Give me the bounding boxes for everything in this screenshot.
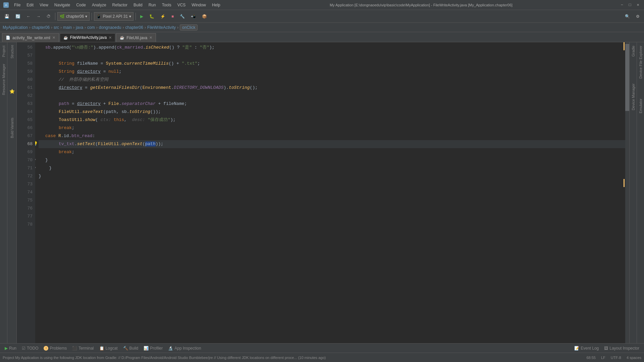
far-left-sidebar: Project Resource Manager	[0, 42, 7, 343]
branch-dropdown[interactable]: 🌿 chapter06 ▾	[57, 12, 90, 21]
code-line-74	[39, 188, 625, 196]
search-everywhere-button[interactable]: 🔍	[623, 12, 632, 21]
breadcrumb-src[interactable]: src	[54, 25, 59, 30]
breadcrumb-chapter06[interactable]: chapter06	[32, 25, 50, 30]
sidebar-device-file-explorer[interactable]: Device File Explorer	[637, 42, 644, 82]
tab-java-filewrite-close[interactable]: ✕	[109, 36, 112, 40]
avd-button[interactable]: 📲	[189, 12, 198, 21]
app-inspection-tool-item[interactable]: 🔬 App Inspection	[166, 344, 203, 353]
sidebar-project[interactable]: Project	[0, 42, 7, 60]
menu-vcs[interactable]: VCS	[175, 2, 189, 8]
sdk-button[interactable]: 📦	[200, 12, 209, 21]
scroll-thumb[interactable]	[625, 44, 629, 111]
profiler-tool-item[interactable]: 📊 Profiler	[142, 344, 165, 353]
tab-java-fileutil-close[interactable]: ✕	[149, 36, 152, 40]
todo-tool-item[interactable]: ☑ TODO	[20, 344, 40, 353]
line-num-68: 68	[17, 140, 33, 148]
logcat-icon: 📋	[99, 346, 104, 351]
status-lf[interactable]: LF	[601, 356, 605, 360]
breadcrumb-onclick[interactable]: onClick	[180, 24, 198, 31]
tab-xml-label: activity_file_write.xml	[12, 36, 50, 40]
code-editor[interactable]: 56 57 58 59 60 61 62 63 64 65 66 67 68 6…	[17, 42, 629, 343]
menu-file[interactable]: File	[11, 2, 23, 8]
sidebar-resource-manager[interactable]: Resource Manager	[0, 60, 7, 99]
code-line-75	[39, 196, 625, 204]
logcat-tool-item[interactable]: 📋 Logcat	[97, 344, 120, 353]
run-tool-item[interactable]: ▶ Run	[3, 344, 18, 353]
build-tool-item[interactable]: 🔨 Build	[121, 344, 141, 353]
sidebar-build-variants-icon[interactable]: Build Variants	[8, 116, 16, 139]
vertical-scrollbar[interactable]	[625, 42, 629, 343]
settings-button[interactable]: ⚙	[634, 12, 642, 21]
toolbar-sep3	[136, 13, 136, 20]
device-icon: 📱	[96, 14, 101, 19]
breadcrumb-chapter06-2[interactable]: chapter06	[125, 25, 143, 30]
toolbar-forward-btn[interactable]: →	[34, 12, 43, 21]
fold-icon-70[interactable]: ▼	[35, 156, 36, 164]
menu-edit[interactable]: Edit	[24, 2, 36, 8]
event-log-tool-item[interactable]: 📝 Event Log	[572, 344, 601, 353]
status-encoding[interactable]: UTF-8	[611, 356, 621, 360]
breadcrumb-main[interactable]: main	[63, 25, 72, 30]
tab-xml-close[interactable]: ✕	[52, 36, 55, 40]
breadcrumb-dongnaoedu[interactable]: dongnaoedu	[99, 25, 121, 30]
error-line-indicator-56	[624, 42, 625, 50]
menu-run[interactable]: Run	[146, 2, 159, 8]
tab-java-filewrite[interactable]: ☕ FileWriteActivity.java ✕	[60, 33, 116, 42]
menu-analyze[interactable]: Analyze	[89, 2, 109, 8]
sidebar-structure-icon[interactable]: Structure	[8, 44, 16, 60]
sidebar-emulator[interactable]: Emulator	[637, 95, 644, 117]
line-num-65: 65	[17, 116, 33, 124]
sidebar-favorites-icon[interactable]: ⭐	[8, 87, 16, 96]
far-right-sidebar: Device File Explorer Emulator	[637, 42, 644, 343]
code-line-76	[39, 204, 625, 213]
run-button[interactable]: ▶	[138, 12, 146, 21]
stop-button[interactable]: ■	[169, 12, 176, 21]
terminal-tool-label: Terminal	[78, 346, 94, 351]
menu-tools[interactable]: Tools	[159, 2, 174, 8]
breadcrumb: MyApplication › chapter06 › src › main ›…	[0, 23, 644, 32]
code-content[interactable]: sb.append("\n婚否:").append(ck_married.isC…	[35, 42, 625, 343]
close-button[interactable]: ✕	[635, 2, 641, 8]
sidebar-gradle[interactable]: Gradle	[630, 42, 637, 60]
toolbar-back-btn[interactable]: ←	[24, 12, 33, 21]
status-indent[interactable]: 4 spaces	[627, 356, 641, 360]
fold-icon-71[interactable]: ▼	[35, 164, 36, 172]
tab-xml[interactable]: 📄 activity_file_write.xml ✕	[2, 33, 59, 42]
code-line-65: ToastUtil.show( ctx: this, desc: "保存成功")…	[39, 116, 625, 124]
code-line-69: break;	[39, 148, 625, 156]
sidebar-device-manager[interactable]: Device Manager	[630, 80, 637, 114]
menu-help[interactable]: Help	[209, 2, 223, 8]
profile-button[interactable]: ⚡	[158, 12, 168, 21]
terminal-tool-item[interactable]: ⬛ Terminal	[70, 344, 96, 353]
layout-inspector-tool-item[interactable]: 🖼 Layout Inspector	[602, 344, 641, 353]
toolbar-recent-btn[interactable]: ⏱	[44, 12, 53, 21]
breadcrumb-filewriteactivity[interactable]: FileWriteActivity	[147, 25, 176, 30]
tab-java-fileutil[interactable]: ☕ FileUtil.java ✕	[116, 33, 156, 42]
java-icon: ☕	[63, 36, 68, 40]
maximize-button[interactable]: □	[627, 2, 633, 8]
minimize-button[interactable]: −	[619, 2, 625, 8]
run-tool-label: Run	[9, 346, 16, 351]
breadcrumb-com[interactable]: com	[87, 25, 95, 30]
toolbar-save-btn[interactable]: 💾	[2, 12, 12, 21]
menu-view[interactable]: View	[37, 2, 51, 8]
problems-tool-item[interactable]: ! Problems	[42, 344, 69, 353]
menu-window[interactable]: Window	[189, 2, 209, 8]
sync-project-button[interactable]: 🔧	[177, 12, 187, 21]
right-sidebar: Gradle Device Manager	[629, 42, 637, 343]
debug-button[interactable]: 🐛	[147, 12, 157, 21]
breadcrumb-myapplication[interactable]: MyApplication	[3, 25, 28, 30]
menu-build[interactable]: Build	[131, 2, 145, 8]
code-line-64: FileUtil.saveText(path, sb.toString());	[39, 108, 625, 116]
toolbar-sync-btn[interactable]: 🔄	[13, 12, 23, 21]
menu-refactor[interactable]: Refactor	[110, 2, 130, 8]
device-dropdown[interactable]: 📱 Pixel 2 API 31 ▾	[94, 12, 133, 21]
menu-navigate[interactable]: Navigate	[52, 2, 73, 8]
profiler-tool-label: Profiler	[150, 346, 163, 351]
status-position[interactable]: 68:55	[586, 356, 596, 360]
menu-code[interactable]: Code	[73, 2, 89, 8]
lint-bulb-icon: 💡	[35, 140, 38, 148]
toolbar-sep2	[92, 13, 92, 20]
breadcrumb-java[interactable]: java	[76, 25, 83, 30]
